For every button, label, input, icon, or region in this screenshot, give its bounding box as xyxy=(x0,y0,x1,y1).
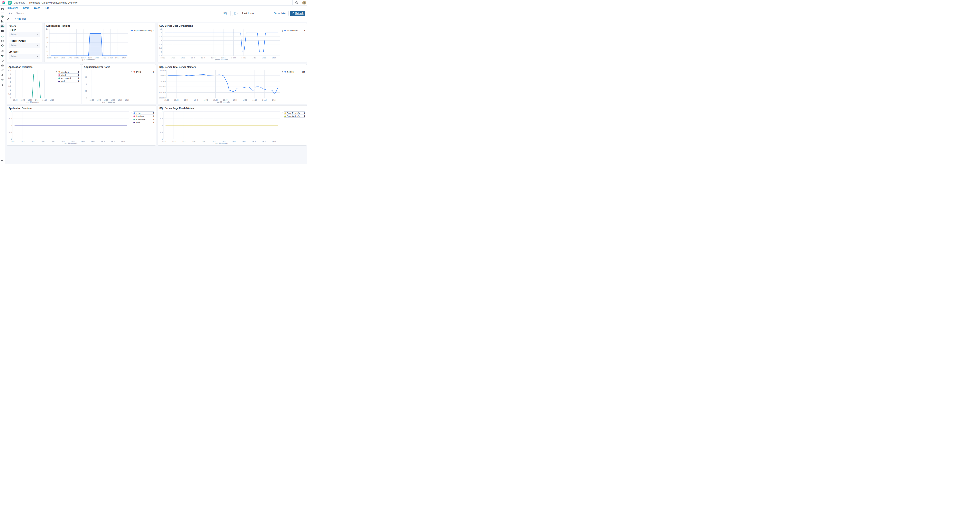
legend-item[interactable]: timed out0 xyxy=(134,115,154,118)
search-input[interactable] xyxy=(14,12,221,15)
legend-item[interactable]: active0 xyxy=(134,111,154,115)
legend-item[interactable]: connections0 xyxy=(285,29,305,32)
legend-color-dot xyxy=(285,71,286,73)
legend-expand-icon[interactable] xyxy=(129,29,131,62)
chart-connections[interactable]: 2.833.23.43.63.844.213:2513:3013:3513:40… xyxy=(158,27,281,62)
sidebar-item-machine-learning[interactable] xyxy=(0,39,5,43)
sidebar-item-siem[interactable] xyxy=(0,63,5,67)
svg-text:2.5: 2.5 xyxy=(8,77,11,79)
chart-apps_running[interactable]: 00.20.40.60.811.213:2513:3013:3513:4013:… xyxy=(45,27,129,62)
menu-link-full-screen[interactable]: Full screen xyxy=(7,7,18,10)
sidebar-item-uptime[interactable] xyxy=(0,59,5,62)
date-picker: Last 1 hour Show dates xyxy=(232,11,288,16)
panel-title: SQL Server Total Server Memory xyxy=(158,64,307,68)
space-badge[interactable]: D xyxy=(8,1,12,5)
chart-page_rw[interactable]: -1-0.500.5113:2513:3013:3513:4013:4513:5… xyxy=(158,110,281,145)
legend-color-dot xyxy=(59,81,60,82)
canvas-icon xyxy=(1,30,4,33)
menu-link-edit[interactable]: Edit xyxy=(45,7,49,10)
svg-text:13:55: 13:55 xyxy=(221,57,226,59)
kql-language-button[interactable]: KQL xyxy=(221,12,230,15)
date-quick-select-button[interactable] xyxy=(232,11,240,16)
sidebar-item-recently-viewed[interactable] xyxy=(0,7,5,11)
chart-memory[interactable]: 201.2KB203.1KB205.1KB207KB209KB210.9KB13… xyxy=(158,68,281,104)
saved-query-menu-button[interactable]: # xyxy=(7,11,14,16)
legend-item[interactable]: errors0 xyxy=(134,70,154,73)
legend-item[interactable]: applications running0 xyxy=(131,29,154,32)
legend-expand-icon[interactable] xyxy=(281,111,285,145)
svg-text:14:20: 14:20 xyxy=(50,99,54,101)
user-avatar[interactable]: e xyxy=(302,1,306,5)
sidebar-item-dashboard[interactable] xyxy=(0,24,5,28)
legend-expand-icon[interactable] xyxy=(55,70,59,104)
sidebar-item-stack-monitoring[interactable] xyxy=(0,78,5,82)
nav-expand-icon[interactable] xyxy=(1,159,4,162)
menu-link-share[interactable]: Share xyxy=(23,7,29,10)
chart-errors[interactable]: -1-0.500.5113:3013:4013:5014:0014:1014:2… xyxy=(83,68,130,104)
svg-text:14:20: 14:20 xyxy=(272,99,277,101)
svg-text:14:10: 14:10 xyxy=(108,57,113,59)
filter-options-button[interactable] xyxy=(7,18,10,20)
breadcrumb-dashboard-link[interactable]: Dashboard xyxy=(14,2,25,4)
svg-text:13:40: 13:40 xyxy=(191,140,196,142)
chart-requests[interactable]: 00.511.522.533.513:3013:4013:5014:0014:1… xyxy=(7,68,55,104)
svg-text:14:05: 14:05 xyxy=(242,140,246,142)
svg-text:3: 3 xyxy=(10,73,11,75)
sidebar-item-visualize[interactable] xyxy=(0,19,5,23)
kibana-logo-icon[interactable] xyxy=(1,1,6,4)
svg-text:13:30: 13:30 xyxy=(172,140,176,142)
svg-text:14:10: 14:10 xyxy=(252,140,256,142)
sidebar-item-discover[interactable] xyxy=(0,14,5,18)
panel-sessions: Application Sessions-1-0.500.5113:2513:3… xyxy=(7,105,156,145)
sidebar-item-maps[interactable] xyxy=(0,34,5,38)
help-menu-button[interactable] xyxy=(293,1,301,4)
legend-item[interactable]: timed out0 xyxy=(59,70,79,73)
show-dates-button[interactable]: Show dates xyxy=(274,12,288,15)
legend-item[interactable]: failed0 xyxy=(59,73,79,76)
legend-expand-icon[interactable] xyxy=(281,29,285,62)
refresh-button[interactable]: Refresh xyxy=(290,11,305,16)
app-sidebar xyxy=(0,5,5,164)
legend-expand-icon[interactable] xyxy=(130,111,134,145)
filter-bar: + Add filter xyxy=(7,18,305,20)
legend-item[interactable]: total0 xyxy=(134,121,154,124)
legend-item[interactable]: total0 xyxy=(59,80,79,83)
vm-name-select[interactable]: Select... xyxy=(9,54,40,59)
svg-text:3.8: 3.8 xyxy=(159,36,162,38)
svg-text:13:45: 13:45 xyxy=(204,99,208,101)
svg-text:0: 0 xyxy=(86,83,87,85)
legend-item[interactable]: succeeded0 xyxy=(59,76,79,80)
menu-link-clone[interactable]: Clone xyxy=(34,7,40,10)
add-filter-button[interactable]: + Add filter xyxy=(15,18,26,20)
region-select[interactable]: Select... xyxy=(9,32,40,37)
time-range-value[interactable]: Last 1 hour xyxy=(240,12,255,15)
legend-item[interactable]: Page Writes/s0 xyxy=(285,115,305,118)
monitoring-icon xyxy=(1,79,4,81)
maps-icon xyxy=(1,35,4,37)
sidebar-item-management[interactable] xyxy=(0,83,5,87)
sidebar-item-metrics[interactable] xyxy=(0,44,5,48)
legend-expand-icon[interactable] xyxy=(130,70,134,104)
legend-item[interactable]: Page Reads/s0 xyxy=(285,111,305,115)
svg-text:13:35: 13:35 xyxy=(30,140,35,142)
panel-page_rw: SQL Server Page Reads/Writes-1-0.500.511… xyxy=(158,105,307,145)
legend-color-dot xyxy=(285,112,286,114)
svg-text:14:20: 14:20 xyxy=(121,140,126,142)
resource-group-select[interactable]: Select... xyxy=(9,43,40,48)
svg-text:13:30: 13:30 xyxy=(13,99,18,101)
sidebar-item-logs[interactable] xyxy=(0,49,5,53)
sidebar-item-apm[interactable] xyxy=(0,54,5,58)
svg-text:13:35: 13:35 xyxy=(181,57,185,59)
refresh-icon xyxy=(292,12,294,14)
svg-text:3: 3 xyxy=(161,51,162,53)
sidebar-item-graph[interactable] xyxy=(0,68,5,72)
legend-expand-icon[interactable] xyxy=(281,70,285,104)
sidebar-item-canvas[interactable] xyxy=(0,29,5,33)
legend-item[interactable]: abandoned0 xyxy=(134,118,154,121)
svg-text:13:40: 13:40 xyxy=(97,99,101,101)
svg-text:-0.5: -0.5 xyxy=(84,90,87,92)
sidebar-item-dev-tools[interactable] xyxy=(0,73,5,77)
svg-text:14:20: 14:20 xyxy=(122,57,126,59)
chart-sessions[interactable]: -1-0.500.5113:2513:3013:3513:4013:4513:5… xyxy=(7,110,130,145)
legend-item[interactable]: memory0B xyxy=(285,70,305,73)
